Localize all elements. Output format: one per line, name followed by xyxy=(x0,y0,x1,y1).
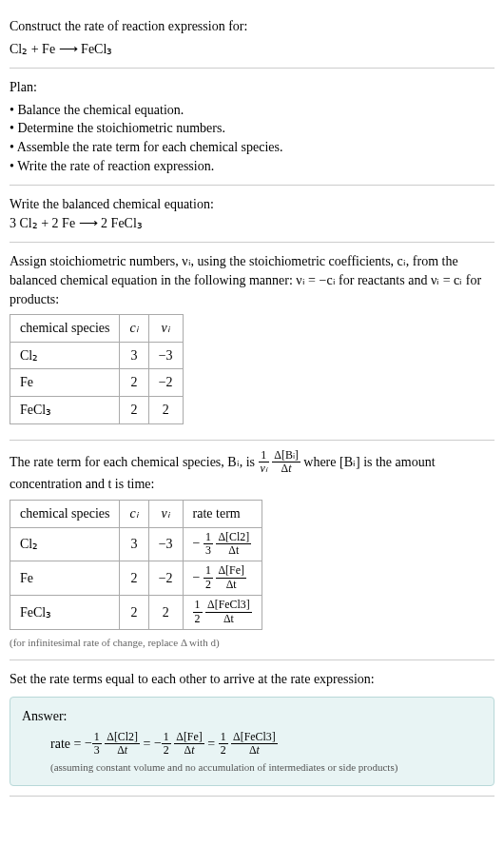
cell-species: FeCl₃ xyxy=(10,396,120,423)
fraction: 1νᵢ xyxy=(259,450,269,476)
balanced-section: Write the balanced chemical equation: 3 … xyxy=(10,186,494,243)
table-header-row: chemical species cᵢ νᵢ xyxy=(10,315,184,343)
rate-term-intro: The rate term for each chemical species,… xyxy=(10,450,494,494)
cell-nu: −2 xyxy=(148,369,183,397)
table-row: FeCl₃ 2 2 12 Δ[FeCl3]Δt xyxy=(10,596,262,630)
cell-c: 3 xyxy=(120,342,148,369)
table-header-row: chemical species cᵢ νᵢ rate term xyxy=(10,500,262,527)
col-species: chemical species xyxy=(10,315,120,343)
cell-nu: −3 xyxy=(148,342,183,369)
col-nu: νᵢ xyxy=(148,500,183,527)
unbalanced-equation: Cl₂ + Fe ⟶ FeCl₃ xyxy=(10,40,494,59)
question-section: Construct the rate of reaction expressio… xyxy=(10,8,494,69)
rate-expression: rate = −13 Δ[Cl2]Δt = −12 Δ[Fe]Δt = 12 Δ… xyxy=(22,732,482,758)
den: 3 xyxy=(204,544,213,557)
num: 1 xyxy=(193,600,203,613)
answer-box: Answer: rate = −13 Δ[Cl2]Δt = −12 Δ[Fe]Δ… xyxy=(10,697,494,786)
stoich-intro: Assign stoichiometric numbers, νᵢ, using… xyxy=(10,252,494,308)
final-section: Set the rate terms equal to each other t… xyxy=(10,660,494,796)
cell-nu: 2 xyxy=(148,596,183,630)
balanced-intro: Write the balanced chemical equation: xyxy=(10,195,494,214)
cell-c: 3 xyxy=(120,527,148,561)
balanced-equation: 3 Cl₂ + 2 Fe ⟶ 2 FeCl₃ xyxy=(10,214,494,233)
answer-label: Answer: xyxy=(22,707,482,726)
plan-title: Plan: xyxy=(10,78,494,97)
plan-step: Balance the chemical equation. xyxy=(10,101,494,120)
plan-step: Write the rate of reaction expression. xyxy=(10,157,494,176)
cell-species: Fe xyxy=(10,561,120,596)
den: 2 xyxy=(204,579,213,591)
cell-rate-term: − 13 Δ[Cl2]Δt xyxy=(183,527,262,561)
stoich-section: Assign stoichiometric numbers, νᵢ, using… xyxy=(10,243,494,440)
cell-species: FeCl₃ xyxy=(10,596,120,630)
table-row: Fe 2 −2 xyxy=(10,369,184,397)
cell-rate-term: 12 Δ[FeCl3]Δt xyxy=(183,596,262,630)
cell-nu: −2 xyxy=(148,561,183,596)
col-species: chemical species xyxy=(10,500,120,527)
table-row: Cl₂ 3 −3 − 13 Δ[Cl2]Δt xyxy=(10,527,262,561)
num: Δ[FeCl3] xyxy=(205,600,252,613)
sign: − xyxy=(193,536,201,550)
den: Δt xyxy=(216,544,251,557)
den: 2 xyxy=(193,613,203,625)
cell-nu: −3 xyxy=(148,527,183,561)
num: Δ[Cl2] xyxy=(216,532,251,545)
plan-section: Plan: Balance the chemical equation. Det… xyxy=(10,69,494,186)
delta-note: (for infinitesimal rate of change, repla… xyxy=(10,636,494,650)
num: Δ[Fe] xyxy=(216,565,245,579)
question-text: Construct the rate of reaction expressio… xyxy=(10,17,494,36)
num: 1 xyxy=(204,532,213,545)
cell-c: 2 xyxy=(120,561,148,596)
col-c: cᵢ xyxy=(120,315,148,343)
final-intro: Set the rate terms equal to each other t… xyxy=(10,670,494,689)
plan-step: Assemble the rate term for each chemical… xyxy=(10,138,494,157)
fraction: Δ[Bᵢ]Δt xyxy=(272,450,300,476)
table-row: FeCl₃ 2 2 xyxy=(10,396,184,423)
generic-rate-term: 1νᵢ Δ[Bᵢ]Δt xyxy=(259,454,304,468)
cell-c: 2 xyxy=(120,596,148,630)
table-row: Fe 2 −2 − 12 Δ[Fe]Δt xyxy=(10,561,262,596)
cell-species: Fe xyxy=(10,369,120,397)
plan-step: Determine the stoichiometric numbers. xyxy=(10,119,494,138)
cell-c: 2 xyxy=(120,369,148,397)
plan-list: Balance the chemical equation. Determine… xyxy=(10,101,494,175)
table-row: Cl₂ 3 −3 xyxy=(10,342,184,369)
col-c: cᵢ xyxy=(120,500,148,527)
col-nu: νᵢ xyxy=(148,315,183,343)
intro-text-a: The rate term for each chemical species,… xyxy=(10,454,259,468)
rate-label: rate = xyxy=(50,736,85,750)
cell-nu: 2 xyxy=(148,396,183,423)
num: 1 xyxy=(204,565,213,579)
den: Δt xyxy=(205,613,252,625)
rate-term-section: The rate term for each chemical species,… xyxy=(10,441,494,661)
rate-term-table: chemical species cᵢ νᵢ rate term Cl₂ 3 −… xyxy=(10,500,262,630)
col-rate-term: rate term xyxy=(183,500,262,527)
cell-species: Cl₂ xyxy=(10,342,120,369)
sign: − xyxy=(193,570,201,584)
cell-c: 2 xyxy=(120,396,148,423)
cell-species: Cl₂ xyxy=(10,527,120,561)
cell-rate-term: − 12 Δ[Fe]Δt xyxy=(183,561,262,596)
den: Δt xyxy=(216,579,245,591)
assumption-note: (assuming constant volume and no accumul… xyxy=(22,760,482,775)
stoich-table: chemical species cᵢ νᵢ Cl₂ 3 −3 Fe 2 −2 … xyxy=(10,314,184,423)
